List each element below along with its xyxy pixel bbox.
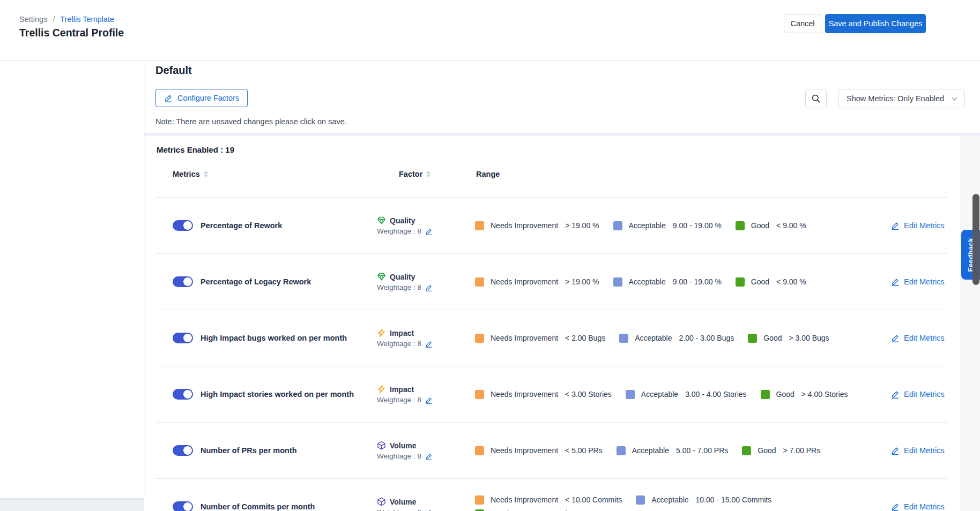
metric-toggle[interactable]	[173, 389, 193, 400]
quality-gem-icon	[377, 272, 386, 281]
range-level-label: Good	[751, 277, 769, 286]
edit-weightage-icon[interactable]	[425, 453, 433, 460]
metric-name: Percentage of Legacy Rework	[201, 254, 372, 310]
edit-metrics-link[interactable]: Edit Metrics	[891, 198, 945, 253]
edit-weightage-icon[interactable]	[425, 396, 433, 404]
metric-row: Percentage of Rework Quality Weightage :…	[155, 197, 948, 253]
range-item: Needs Improvement< 5.00 PRs	[475, 446, 603, 455]
range-color-swatch	[475, 446, 484, 455]
metric-name: High Impact stories worked on per month	[201, 366, 372, 422]
configure-factors-button[interactable]: Configure Factors	[155, 89, 248, 107]
edit-weightage-icon[interactable]	[425, 284, 433, 291]
page-title: Trellis Central Profile	[19, 27, 124, 39]
range-color-swatch	[619, 334, 628, 343]
right-gutter	[960, 136, 980, 511]
sidebar	[0, 60, 144, 498]
edit-metrics-label: Edit Metrics	[904, 446, 945, 455]
factor-cell: Volume Weightage : 8	[377, 441, 484, 460]
edit-metrics-link[interactable]: Edit Metrics	[891, 310, 945, 366]
range-value: > 19.00 %	[565, 221, 599, 230]
range-level-label: Good	[751, 221, 769, 230]
range-color-swatch	[742, 446, 751, 455]
column-header-metrics[interactable]: Metrics	[173, 170, 208, 178]
column-header-range: Range	[476, 170, 500, 178]
edit-weightage-icon[interactable]	[425, 228, 433, 235]
search-button[interactable]	[805, 89, 827, 108]
column-header-factor[interactable]: Factor	[399, 170, 430, 178]
range-item: Good> 7.00 PRs	[742, 446, 820, 455]
edit-metrics-link[interactable]: Edit Metrics	[891, 254, 945, 310]
edit-metrics-link[interactable]: Edit Metrics	[891, 423, 945, 478]
breadcrumb-settings[interactable]: Settings	[19, 15, 47, 24]
edit-weightage-icon[interactable]	[425, 509, 433, 511]
factor-cell: Impact Weightage : 8	[377, 328, 484, 348]
page-header: Settings / Trellis Template Trellis Cent…	[0, 0, 980, 61]
range-item: Good< 9.00 %	[736, 221, 806, 230]
metric-toggle[interactable]	[173, 445, 193, 456]
edit-metrics-link[interactable]: Edit Metrics	[891, 479, 945, 511]
weightage-text: Weightage : 8	[377, 227, 421, 235]
selected-group-title: Default	[155, 64, 192, 77]
weightage-text: Weightage : 8	[377, 508, 421, 511]
range-color-swatch	[613, 277, 622, 287]
range-list: Needs Improvement< 10.00 CommitsAcceptab…	[475, 479, 882, 511]
range-level-label: Needs Improvement	[491, 277, 558, 286]
unsaved-changes-note: Note: There are unsaved changes please c…	[155, 117, 347, 126]
edit-pencil-icon	[164, 94, 173, 102]
cancel-button[interactable]: Cancel	[784, 14, 821, 33]
column-header-factor-label: Factor	[399, 170, 422, 178]
edit-weightage-icon[interactable]	[425, 340, 433, 348]
range-list: Needs Improvement< 2.00 BugsAcceptable2.…	[475, 310, 882, 366]
metric-row: Percentage of Legacy Rework Quality Weig…	[155, 253, 948, 310]
range-item: Acceptable3.00 - 4.00 Stories	[626, 390, 747, 399]
sort-icon	[426, 171, 430, 177]
range-level-label: Acceptable	[629, 221, 666, 230]
range-value: < 3.00 Stories	[565, 390, 612, 399]
range-value: 2.00 - 3.00 Bugs	[679, 334, 734, 342]
sort-icon	[204, 171, 208, 177]
range-level-label: Acceptable	[641, 390, 678, 399]
range-list: Needs Improvement< 5.00 PRsAcceptable5.0…	[475, 423, 882, 478]
range-level-label: Needs Improvement	[491, 495, 558, 504]
breadcrumb-trellis-template[interactable]: Trellis Template	[60, 15, 114, 24]
weightage-text: Weightage : 8	[377, 452, 421, 460]
factor-name: Impact	[390, 329, 414, 337]
edit-pencil-icon	[891, 334, 900, 342]
impact-bolt-icon	[377, 385, 386, 394]
metric-row: Number of PRs per month Volume Weightage…	[155, 422, 948, 478]
metric-toggle[interactable]	[173, 276, 193, 287]
range-level-label: Needs Improvement	[491, 334, 558, 342]
range-color-swatch	[475, 390, 484, 399]
show-metrics-filter-value: Show Metrics: Only Enabled	[847, 94, 951, 103]
show-metrics-filter-dropdown[interactable]: Show Metrics: Only Enabled	[838, 89, 965, 108]
metric-name: Percentage of Rework	[201, 198, 372, 253]
range-list: Needs Improvement< 3.00 StoriesAcceptabl…	[475, 366, 882, 422]
edit-metrics-link[interactable]: Edit Metrics	[891, 366, 945, 422]
vertical-scrollbar-thumb[interactable]	[972, 194, 979, 285]
range-color-swatch	[636, 495, 645, 505]
range-level-label: Needs Improvement	[491, 221, 558, 230]
range-item: Needs Improvement> 19.00 %	[475, 221, 599, 230]
range-value: 10.00 - 15.00 Commits	[696, 495, 772, 504]
chevron-down-icon	[951, 95, 958, 102]
range-item: Good> 4.00 Stories	[761, 390, 848, 399]
range-level-label: Acceptable	[629, 277, 666, 286]
column-header-range-label: Range	[476, 170, 500, 178]
range-color-swatch	[736, 221, 745, 230]
range-level-label: Good	[758, 446, 776, 455]
metric-toggle[interactable]	[173, 333, 193, 343]
metric-row: High Impact bugs worked on per month Imp…	[155, 310, 948, 366]
edit-pencil-icon	[891, 277, 900, 286]
save-and-publish-button[interactable]: Save and Publish Changes	[825, 14, 926, 33]
metric-toggle[interactable]	[173, 220, 193, 231]
range-list: Needs Improvement> 19.00 %Acceptable9.00…	[475, 254, 882, 310]
factor-cell: Impact Weightage : 8	[377, 385, 484, 404]
factor-cell: Quality Weightage : 8	[377, 272, 484, 291]
weightage-text: Weightage : 8	[377, 340, 421, 348]
metric-toggle[interactable]	[173, 501, 193, 511]
range-value: 3.00 - 4.00 Stories	[685, 390, 746, 399]
volume-cube-icon	[377, 441, 386, 450]
range-color-swatch	[613, 221, 622, 230]
factor-name: Quality	[390, 273, 415, 281]
search-icon	[811, 94, 821, 103]
